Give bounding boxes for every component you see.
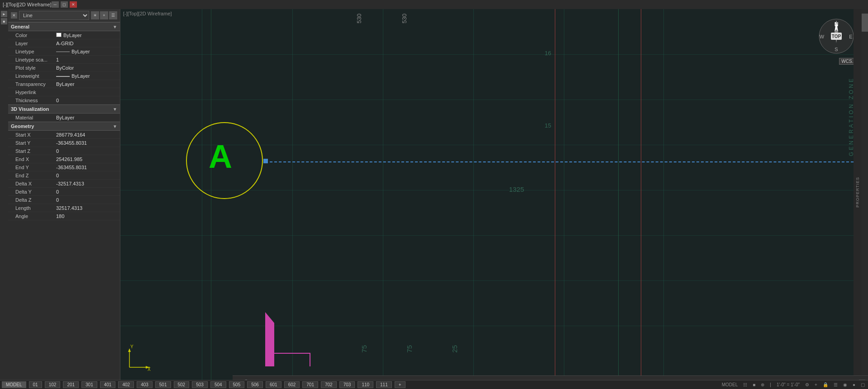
section-general[interactable]: General ▼ — [8, 22, 120, 31]
grid-line-v-7 — [663, 9, 664, 389]
prop-delta-y-value: 0 — [56, 189, 117, 194]
layout-tab-01[interactable]: 01 — [29, 381, 42, 388]
layout-tab-102[interactable]: 102 — [45, 381, 61, 388]
model-tab[interactable]: MODEL — [2, 381, 26, 388]
restore-button[interactable]: ◻ — [61, 1, 68, 8]
layout-tab-111[interactable]: 111 — [376, 381, 392, 388]
panel-tb-btn-3[interactable]: ☰ — [109, 11, 117, 19]
prop-lineweight-name: Lineweight — [15, 73, 56, 79]
layout-tab-403[interactable]: 403 — [137, 381, 153, 388]
prop-delta-x[interactable]: Delta X -32517.4313 — [8, 180, 120, 188]
prop-thickness-name: Thickness — [15, 98, 56, 103]
prop-color-value: ByLayer — [56, 33, 117, 38]
prop-linetype-value: ByLayer — [56, 49, 117, 54]
layout-tab-701[interactable]: 701 — [302, 381, 318, 388]
prop-delta-z-value: 0 — [56, 197, 117, 203]
grid-num-15: 15 — [545, 122, 551, 129]
panel-close-button[interactable]: ✕ — [11, 12, 17, 19]
model-label[interactable]: MODEL — [720, 382, 739, 387]
prop-plot-style[interactable]: Plot style ByColor — [8, 64, 120, 72]
layout-tab-602[interactable]: 602 — [284, 381, 300, 388]
add-layout-tab[interactable]: + — [395, 381, 405, 388]
scale-label[interactable]: 1'-0" = 1'-0" — [775, 382, 801, 387]
layout-tab-110[interactable]: 110 — [358, 381, 373, 388]
prop-thickness[interactable]: Thickness 0 — [8, 96, 120, 104]
prop-start-z[interactable]: Start Z 0 — [8, 147, 120, 155]
strip-icon-2[interactable]: ■ — [1, 18, 7, 24]
layout-tab-201[interactable]: 201 — [63, 381, 79, 388]
strip-icon-1[interactable]: ► — [1, 11, 7, 17]
layout-tab-402[interactable]: 402 — [118, 381, 134, 388]
layout-tab-504[interactable]: 504 — [210, 381, 226, 388]
layout-tab-501[interactable]: 501 — [155, 381, 171, 388]
status-icons-4[interactable]: ▢ — [859, 382, 866, 387]
prop-hyperlink-name: Hyperlink — [15, 90, 56, 95]
panel-tb-btn-1[interactable]: ☀ — [91, 11, 99, 19]
line-start-dot — [263, 159, 268, 163]
section-3d-viz[interactable]: 3D Visualization ▼ — [8, 104, 120, 114]
layout-tab-301[interactable]: 301 — [81, 381, 97, 388]
prop-end-y[interactable]: End Y -363455.8031 — [8, 163, 120, 171]
prop-start-x[interactable]: Start X 286779.4164 — [8, 131, 120, 139]
status-icons[interactable]: ☰ — [832, 382, 839, 387]
lock-icon[interactable]: 🔒 — [821, 382, 830, 387]
prop-start-y-name: Start Y — [15, 140, 56, 146]
prop-linetype-scale-name: Linetype sca... — [15, 57, 56, 62]
layout-tab-703[interactable]: 703 — [339, 381, 355, 388]
add-icon[interactable]: + — [813, 382, 819, 387]
bottom-num-75-2: 75 — [405, 345, 413, 353]
status-icons-3[interactable]: ● — [851, 382, 857, 387]
prop-material[interactable]: Material ByLayer — [8, 114, 120, 122]
section-geometry[interactable]: Geometry ▼ — [8, 122, 120, 131]
layout-tab-702[interactable]: 702 — [321, 381, 337, 388]
prop-linetype-scale[interactable]: Linetype sca... 1 — [8, 56, 120, 64]
section-3d-viz-collapse: ▼ — [113, 107, 117, 112]
snap-toggle[interactable]: ■ — [751, 382, 757, 387]
viewport[interactable]: [-][Top][2D Wireframe] 530 530 16 15 132… — [120, 9, 868, 389]
prop-length[interactable]: Length 32517.4313 — [8, 204, 120, 212]
prop-end-z[interactable]: End Z 0 — [8, 171, 120, 180]
prop-start-x-name: Start X — [15, 132, 56, 138]
close-button[interactable]: ✕ — [70, 1, 77, 8]
prop-transparency-name: Transparency — [15, 81, 56, 87]
pink-shape — [265, 312, 274, 366]
layout-tab-505[interactable]: 505 — [229, 381, 245, 388]
grid-num-1325: 1325 — [509, 185, 524, 193]
prop-linetype-scale-value: 1 — [56, 57, 117, 62]
layout-tab-503[interactable]: 503 — [192, 381, 208, 388]
gear-icon[interactable]: ⚙ — [804, 382, 811, 387]
prop-thickness-value: 0 — [56, 98, 117, 103]
prop-transparency[interactable]: Transparency ByLayer — [8, 80, 120, 88]
prop-angle[interactable]: Angle 180 — [8, 212, 120, 220]
grid-toggle[interactable]: ☷ — [742, 382, 749, 387]
ortho-toggle[interactable]: ⊕ — [759, 382, 766, 387]
layout-tab-401[interactable]: 401 — [100, 381, 116, 388]
prop-end-x[interactable]: End X 254261.985 — [8, 155, 120, 163]
prop-start-y[interactable]: Start Y -363455.8031 — [8, 139, 120, 147]
prop-linetype[interactable]: Linetype ByLayer — [8, 47, 120, 56]
prop-color[interactable]: Color ByLayer — [8, 31, 120, 39]
minimize-button[interactable]: ─ — [52, 1, 59, 8]
prop-hyperlink[interactable]: Hyperlink — [8, 88, 120, 96]
layout-tab-506[interactable]: 506 — [247, 381, 263, 388]
grid-line-h-5 — [120, 235, 868, 236]
right-scrollbar[interactable] — [862, 9, 868, 375]
prop-lineweight[interactable]: Lineweight ByLayer — [8, 72, 120, 80]
layout-tab-601[interactable]: 601 — [266, 381, 281, 388]
panel-tb-btn-2[interactable]: + — [100, 11, 108, 19]
status-icons-2[interactable]: ◉ — [842, 382, 849, 387]
svg-text:W: W — [820, 34, 825, 39]
grid-line-h-6 — [120, 280, 868, 281]
section-geometry-label: Geometry — [11, 123, 113, 129]
prop-delta-z[interactable]: Delta Z 0 — [8, 196, 120, 204]
properties-panel: ✕ Line ☀ + ☰ General ▼ Color ByLayer Lay… — [8, 9, 120, 389]
status-sep-1: | — [768, 382, 773, 387]
layout-tab-502[interactable]: 502 — [174, 381, 190, 388]
top-num-1: 530 — [356, 14, 362, 24]
prop-lineweight-value: ByLayer — [56, 73, 117, 79]
prop-delta-y[interactable]: Delta Y 0 — [8, 188, 120, 196]
prop-layer[interactable]: Layer A-GRID — [8, 39, 120, 47]
scrollbar-thumb[interactable] — [862, 14, 868, 32]
object-type-select[interactable]: Line — [19, 11, 89, 20]
grid-line-v-3 — [383, 9, 383, 389]
